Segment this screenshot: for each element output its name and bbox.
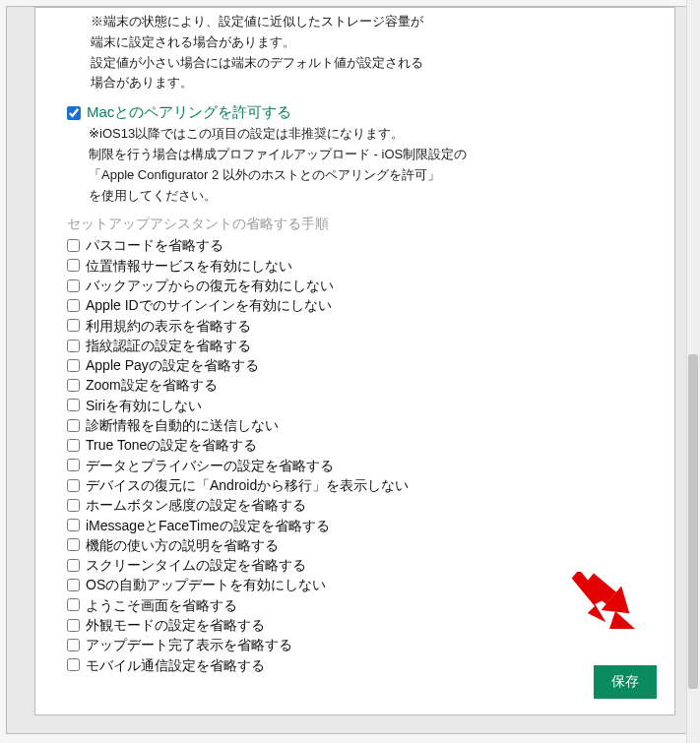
pairing-note-line: 「Apple Configurator 2 以外のホストとのペアリングを許可」 [89, 165, 663, 186]
mac-pairing-checkbox-row[interactable]: Macとのペアリングを許可する [67, 103, 663, 122]
skip-item-checkbox[interactable] [67, 559, 80, 572]
pairing-note-line: を使用してください。 [89, 186, 663, 207]
skip-item[interactable]: 指紋認証の設定を省略する [67, 336, 663, 355]
skip-item-label: True Toneの設定を省略する [86, 435, 257, 455]
skip-item-checkbox[interactable] [67, 419, 80, 432]
skip-item-label: 外観モードの設定を省略する [86, 615, 265, 635]
skip-item-checkbox[interactable] [67, 239, 80, 252]
skip-item[interactable]: Apple Payの設定を省略する [67, 355, 663, 375]
skip-item-label: Apple IDでのサインインを有効にしない [86, 295, 332, 315]
skip-item[interactable]: iMessageとFaceTimeの設定を省略する [67, 516, 663, 535]
mac-pairing-label: Macとのペアリングを許可する [87, 103, 291, 122]
scrollbar-track[interactable] [686, 0, 700, 743]
skip-item-checkbox[interactable] [67, 538, 80, 551]
save-button[interactable]: 保存 [594, 665, 657, 699]
settings-panel: ※端末の状態により、設定値に近似したストレージ容量が 端末に設定される場合があり… [34, 7, 675, 715]
skip-item-label: スクリーンタイムの設定を省略する [86, 555, 306, 575]
skip-item-label: 利用規約の表示を省略する [86, 316, 251, 336]
skip-item-label: Siriを有効にしない [86, 396, 202, 415]
skip-item-checkbox[interactable] [67, 479, 80, 492]
skip-item[interactable]: 診断情報を自動的に送信しない [67, 415, 663, 435]
storage-note-line: 場合があります。 [91, 73, 663, 93]
skip-item[interactable]: ホームボタン感度の設定を省略する [67, 495, 663, 515]
skip-item-checkbox[interactable] [67, 279, 80, 292]
skip-item-checkbox[interactable] [67, 639, 80, 651]
skip-steps-list: パスコードを省略する位置情報サービスを有効にしないバックアップからの復元を有効に… [67, 235, 663, 675]
skip-item-checkbox[interactable] [67, 340, 80, 352]
skip-item-label: バックアップからの復元を有効にしない [86, 276, 334, 295]
skip-item-checkbox[interactable] [67, 619, 80, 632]
pairing-note: ※iOS13以降ではこの項目の設定は非推奨になります。 制限を行う場合は構成プロ… [89, 124, 663, 206]
skip-item[interactable]: スクリーンタイムの設定を省略する [67, 555, 663, 575]
skip-item-label: OSの自動アップデートを有効にしない [86, 575, 326, 594]
skip-item-label: Apple Payの設定を省略する [86, 355, 259, 375]
pairing-section: Macとのペアリングを許可する ※iOS13以降ではこの項目の設定は非推奨になり… [67, 103, 663, 206]
skip-item[interactable]: Siriを有効にしない [67, 396, 663, 415]
skip-item-label: Zoom設定を省略する [86, 375, 218, 395]
skip-item-checkbox[interactable] [67, 598, 80, 611]
storage-note-line: ※端末の状態により、設定値に近似したストレージ容量が [91, 12, 663, 32]
skip-item-label: 機能の使い方の説明を省略する [86, 535, 279, 555]
skip-item-checkbox[interactable] [67, 399, 80, 411]
skip-item-checkbox[interactable] [67, 319, 80, 332]
skip-item-checkbox[interactable] [67, 499, 80, 512]
storage-note: ※端末の状態により、設定値に近似したストレージ容量が 端末に設定される場合があり… [91, 12, 663, 93]
storage-note-line: 端末に設定される場合があります。 [91, 32, 663, 53]
skip-item-label: 位置情報サービスを有効にしない [86, 256, 292, 276]
skip-item-checkbox[interactable] [67, 439, 80, 452]
skip-item-label: データとプライバシーの設定を省略する [86, 456, 334, 475]
skip-item-checkbox[interactable] [67, 658, 80, 671]
skip-item[interactable]: データとプライバシーの設定を省略する [67, 456, 663, 475]
skip-item-checkbox[interactable] [67, 359, 80, 372]
storage-note-line: 設定値が小さい場合には端末のデフォルト値が設定される [91, 53, 663, 74]
skip-item[interactable]: 機能の使い方の説明を省略する [67, 535, 663, 555]
skip-item[interactable]: 利用規約の表示を省略する [67, 316, 663, 336]
skip-item[interactable]: Apple IDでのサインインを有効にしない [67, 295, 663, 315]
skip-item[interactable]: 位置情報サービスを有効にしない [67, 256, 663, 276]
skip-item[interactable]: バックアップからの復元を有効にしない [67, 276, 663, 295]
skip-item[interactable]: モバイル通信設定を省略する [67, 655, 663, 675]
pairing-note-line: 制限を行う場合は構成プロファイルアップロード - iOS制限設定の [89, 145, 663, 165]
skip-item[interactable]: ようこそ画面を省略する [67, 595, 663, 615]
skip-item-checkbox[interactable] [67, 459, 80, 471]
skip-item[interactable]: Zoom設定を省略する [67, 375, 663, 395]
scrollbar-thumb[interactable] [688, 354, 698, 689]
pairing-note-line: ※iOS13以降ではこの項目の設定は非推奨になります。 [89, 124, 663, 145]
skip-item-checkbox[interactable] [67, 519, 80, 531]
skip-item[interactable]: デバイスの復元に「Androidから移行」を表示しない [67, 475, 663, 495]
skip-steps-header: セットアップアシスタントの省略する手順 [67, 216, 663, 233]
skip-item-checkbox[interactable] [67, 579, 80, 591]
skip-item-label: iMessageとFaceTimeの設定を省略する [86, 516, 330, 535]
skip-item-label: アップデート完了表示を省略する [86, 635, 292, 654]
skip-item[interactable]: OSの自動アップデートを有効にしない [67, 575, 663, 594]
mac-pairing-checkbox[interactable] [67, 106, 81, 120]
skip-item[interactable]: アップデート完了表示を省略する [67, 635, 663, 654]
skip-item[interactable]: True Toneの設定を省略する [67, 435, 663, 455]
skip-item-label: 指紋認証の設定を省略する [86, 336, 251, 355]
skip-item-label: モバイル通信設定を省略する [86, 655, 265, 675]
skip-item-label: 診断情報を自動的に送信しない [86, 415, 279, 435]
outer-panel: ※端末の状態により、設定値に近似したストレージ容量が 端末に設定される場合があり… [6, 6, 688, 734]
skip-item-checkbox[interactable] [67, 259, 80, 272]
skip-item[interactable]: 外観モードの設定を省略する [67, 615, 663, 635]
skip-item-label: ホームボタン感度の設定を省略する [86, 495, 306, 515]
skip-item-label: デバイスの復元に「Androidから移行」を表示しない [86, 475, 409, 495]
skip-item-checkbox[interactable] [67, 299, 80, 312]
skip-item-label: パスコードを省略する [86, 235, 223, 255]
skip-item-label: ようこそ画面を省略する [86, 595, 237, 615]
skip-item-checkbox[interactable] [67, 379, 80, 392]
skip-item[interactable]: パスコードを省略する [67, 235, 663, 255]
